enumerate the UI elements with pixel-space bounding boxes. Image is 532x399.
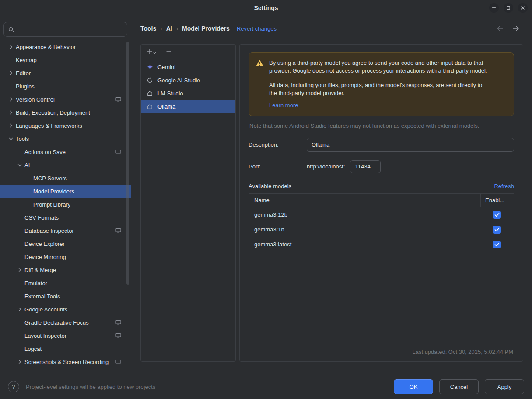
settings-content: Tools › AI › Model Providers Revert chan…: [132, 16, 532, 374]
revert-changes-link[interactable]: Revert changes: [237, 25, 276, 32]
sidebar-item-appearance-behavior[interactable]: Appearance & Behavior: [0, 40, 131, 53]
chevron-right-icon[interactable]: [6, 44, 15, 49]
sidebar-item-languages-frameworks[interactable]: Languages & Frameworks: [0, 119, 131, 132]
sidebar-item-mcp-servers[interactable]: MCP Servers: [0, 172, 131, 185]
sidebar-item-plugins[interactable]: Plugins: [0, 80, 131, 93]
provider-detail-panel: By using a third-party model you agree t…: [239, 44, 523, 362]
sidebar-item-label: Plugins: [16, 83, 35, 90]
gemini-icon: [146, 63, 154, 70]
description-label: Description:: [248, 141, 307, 148]
chevron-right-icon[interactable]: [6, 110, 15, 115]
provider-item-google-ai-studio[interactable]: Google AI Studio: [141, 74, 235, 87]
chevron-right-icon[interactable]: [15, 267, 24, 273]
ide-settings-icon: [116, 333, 121, 338]
settings-tree: Appearance & BehaviorKeymapEditorPlugins…: [0, 39, 131, 368]
chevron-right-icon[interactable]: [15, 359, 24, 364]
sidebar-item-ai[interactable]: AI: [0, 158, 131, 172]
model-enabled-checkbox[interactable]: [493, 226, 501, 234]
sidebar-item-tools[interactable]: Tools: [0, 132, 131, 145]
sidebar-item-external-tools[interactable]: External Tools: [0, 290, 131, 303]
provider-item-gemini[interactable]: Gemini: [141, 60, 235, 74]
sidebar-item-label: Keymap: [16, 57, 37, 63]
lm-studio-icon: [146, 90, 154, 97]
sidebar-item-label: MCP Servers: [33, 175, 67, 182]
chevron-down-icon[interactable]: [15, 162, 24, 168]
ide-settings-icon: [116, 97, 121, 102]
sidebar-item-diff-merge[interactable]: Diff & Merge: [0, 263, 131, 276]
chevron-right-icon[interactable]: [6, 97, 15, 102]
help-icon[interactable]: ?: [8, 381, 19, 392]
sidebar-item-keymap[interactable]: Keymap: [0, 53, 131, 66]
sidebar-item-device-mirroring[interactable]: Device Mirroring: [0, 250, 131, 263]
settings-window: Settings Appearance & BehaviorKeymapEdit…: [0, 0, 532, 399]
sidebar-item-device-explorer[interactable]: Device Explorer: [0, 237, 131, 250]
sidebar-item-label: Languages & Frameworks: [16, 122, 82, 129]
sidebar-item-version-control[interactable]: Version Control: [0, 93, 131, 106]
model-row-gemma3-12b: gemma3:12b: [249, 207, 514, 222]
breadcrumb-separator: ›: [160, 25, 162, 32]
sidebar-item-layout-inspector[interactable]: Layout Inspector: [0, 329, 131, 342]
chevron-right-icon[interactable]: [6, 123, 15, 128]
sidebar-item-csv-formats[interactable]: CSV Formats: [0, 211, 131, 224]
sidebar-item-label: Logcat: [24, 346, 42, 352]
add-provider-icon[interactable]: [147, 49, 156, 55]
models-table: Name Enabl... gemma3:12bgemma3:1bgemma3:…: [248, 193, 514, 343]
remove-provider-icon[interactable]: [166, 49, 172, 55]
close-icon[interactable]: [518, 3, 528, 13]
minimize-icon[interactable]: [489, 3, 499, 13]
sidebar-item-label: Model Providers: [33, 188, 74, 195]
settings-panels: GeminiGoogle AI StudioLM StudioOllama By…: [132, 41, 532, 374]
model-name: gemma3:1b: [249, 226, 480, 233]
search-input[interactable]: [18, 26, 123, 33]
chevron-down-icon[interactable]: [6, 136, 15, 141]
provider-item-label: Google AI Studio: [158, 77, 200, 84]
model-enabled-checkbox[interactable]: [493, 211, 501, 219]
description-row: Description:: [248, 138, 514, 152]
settings-sidebar: Appearance & BehaviorKeymapEditorPlugins…: [0, 16, 131, 374]
provider-item-ollama[interactable]: Ollama: [141, 100, 235, 113]
sidebar-item-emulator[interactable]: Emulator: [0, 276, 131, 290]
breadcrumb-model-providers: Model Providers: [182, 25, 230, 32]
forward-icon[interactable]: [512, 25, 520, 32]
model-enabled-cell: [480, 207, 514, 222]
sidebar-item-database-inspector[interactable]: Database Inspector: [0, 224, 131, 237]
ok-button[interactable]: OK: [394, 379, 433, 394]
chevron-right-icon[interactable]: [15, 307, 24, 312]
apply-button[interactable]: Apply: [485, 379, 524, 394]
back-icon[interactable]: [496, 25, 504, 32]
last-updated-text: Last updated: Oct 30, 2025, 5:02:44 PM: [248, 343, 514, 358]
sidebar-item-logcat[interactable]: Logcat: [0, 342, 131, 355]
sidebar-item-label: Device Mirroring: [24, 254, 66, 260]
breadcrumb-tools[interactable]: Tools: [140, 25, 156, 32]
model-name: gemma3:12b: [249, 211, 480, 218]
sidebar-item-label: Device Explorer: [24, 241, 65, 247]
sidebar-item-label: External Tools: [24, 293, 60, 300]
breadcrumb-ai[interactable]: AI: [166, 25, 172, 32]
sidebar-item-gradle-declarative-focus[interactable]: Gradle Declarative Focus: [0, 316, 131, 329]
sidebar-item-build-execution-deployment[interactable]: Build, Execution, Deployment: [0, 106, 131, 119]
refresh-link[interactable]: Refresh: [494, 183, 514, 189]
description-input[interactable]: [307, 138, 514, 152]
search-icon: [8, 26, 14, 33]
maximize-icon[interactable]: [504, 3, 513, 13]
sidebar-item-model-providers[interactable]: Model Providers: [0, 185, 131, 198]
column-header-name: Name: [249, 197, 480, 203]
chevron-right-icon[interactable]: [6, 70, 15, 76]
external-models-note: Note that some Android Studio features m…: [249, 122, 513, 129]
search-box[interactable]: [4, 22, 127, 37]
ide-settings-icon: [116, 320, 121, 325]
model-enabled-checkbox[interactable]: [493, 241, 501, 248]
sidebar-item-label: Appearance & Behavior: [16, 44, 76, 50]
footer-bar: ? Project-level settings will be applied…: [0, 374, 532, 399]
sidebar-item-screenshots-screen-recording[interactable]: Screenshots & Screen Recording: [0, 355, 131, 368]
provider-item-lm-studio[interactable]: LM Studio: [141, 87, 235, 100]
cancel-button[interactable]: Cancel: [439, 379, 479, 394]
sidebar-item-actions-on-save[interactable]: Actions on Save: [0, 145, 131, 158]
window-title: Settings: [254, 4, 278, 11]
port-input[interactable]: [350, 160, 381, 173]
sidebar-item-google-accounts[interactable]: Google Accounts: [0, 303, 131, 316]
sidebar-item-editor[interactable]: Editor: [0, 66, 131, 80]
learn-more-link[interactable]: Learn more: [269, 102, 298, 108]
sidebar-item-prompt-library[interactable]: Prompt Library: [0, 198, 131, 211]
sidebar-scrollbar[interactable]: [126, 42, 130, 285]
